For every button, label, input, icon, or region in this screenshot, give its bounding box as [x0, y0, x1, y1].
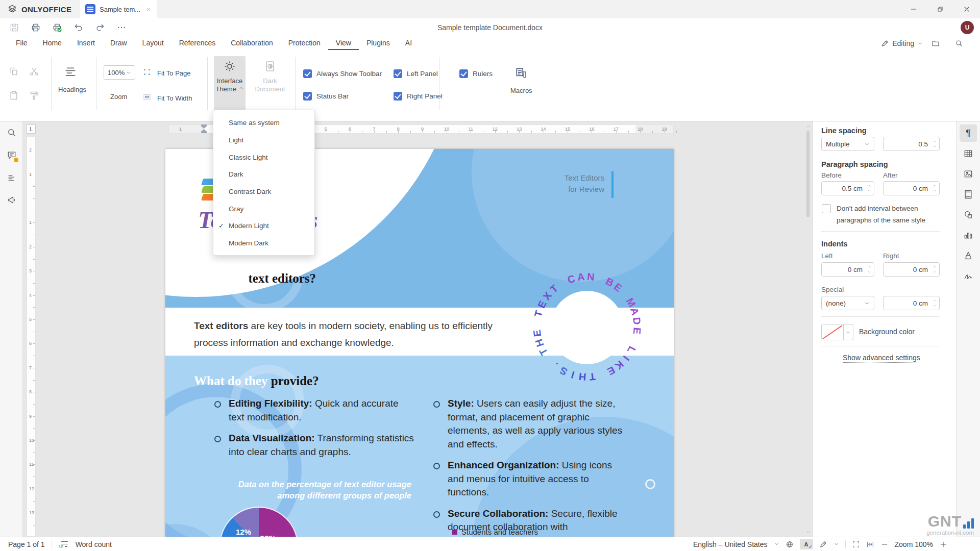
save-icon[interactable]	[5, 20, 23, 35]
open-file-location-button[interactable]	[928, 37, 943, 50]
view-option-always-show-toolbar[interactable]: Always Show Toolbar	[303, 69, 382, 78]
macros-label[interactable]: Macros	[510, 87, 532, 94]
menu-item-ai[interactable]: AI	[398, 37, 420, 50]
zoom-level[interactable]: Zoom 100%	[895, 540, 933, 548]
line-spacing-select[interactable]: Multiple	[821, 137, 874, 151]
chart-settings-icon[interactable]	[960, 227, 977, 244]
menu-item-protection[interactable]: Protection	[281, 37, 328, 50]
theme-option-gray[interactable]: Gray	[213, 200, 314, 217]
background-color-dropdown[interactable]	[843, 324, 853, 340]
special-amount-input[interactable]: 0 cm	[883, 296, 940, 310]
paragraph-settings-icon[interactable]: ¶	[960, 124, 977, 142]
menu-item-collaboration[interactable]: Collaboration	[223, 37, 281, 50]
navigation-icon[interactable]	[0, 166, 23, 189]
interval-checkbox[interactable]	[822, 204, 831, 213]
user-avatar[interactable]: U	[961, 21, 974, 34]
headerfooter-settings-icon[interactable]	[960, 186, 977, 203]
tab-close-icon[interactable]	[146, 7, 152, 12]
fit-to-page-label[interactable]: Fit To Page	[157, 69, 191, 77]
interface-theme-button[interactable]: Interface Theme	[214, 56, 246, 113]
tab-stop-selector[interactable]: L	[27, 124, 36, 134]
shape-settings-icon[interactable]	[960, 206, 977, 223]
menu-item-plugins[interactable]: Plugins	[359, 37, 398, 50]
theme-option-classic-light[interactable]: Classic Light	[213, 148, 314, 166]
theme-option-modern-dark[interactable]: Modern Dark	[213, 235, 314, 252]
redo-icon[interactable]	[91, 20, 109, 35]
fit-to-page-icon[interactable]	[143, 68, 151, 76]
background-color-swatch[interactable]	[821, 324, 844, 340]
spinner-arrows[interactable]	[933, 139, 937, 148]
vertical-scrollbar[interactable]	[804, 121, 812, 537]
scroll-up-icon[interactable]	[804, 122, 812, 130]
comments-icon[interactable]	[0, 144, 23, 166]
headings-icon[interactable]	[64, 65, 77, 79]
fit-to-width-label[interactable]: Fit To Width	[157, 94, 192, 102]
checkbox-checked[interactable]	[394, 69, 402, 78]
scrollbar-thumb[interactable]	[806, 131, 810, 217]
spinner-arrows[interactable]	[867, 184, 871, 193]
search-button[interactable]	[951, 37, 967, 50]
spacing-before-input[interactable]: 0.5 cm	[821, 181, 874, 195]
theme-option-modern-light[interactable]: ✓Modern Light	[213, 217, 314, 235]
search-icon[interactable]	[0, 121, 23, 144]
menu-item-home[interactable]: Home	[35, 37, 69, 50]
spacing-after-input[interactable]: 0 cm	[883, 181, 940, 195]
spinner-arrows[interactable]	[933, 298, 937, 308]
image-settings-icon[interactable]	[960, 165, 977, 183]
fit-page-icon[interactable]	[852, 540, 860, 548]
close-button[interactable]	[953, 0, 980, 18]
theme-option-dark[interactable]: Dark	[213, 166, 314, 183]
feedback-icon[interactable]	[0, 189, 23, 211]
set-language-globe-icon[interactable]	[786, 540, 794, 548]
checkbox-checked[interactable]	[303, 92, 312, 101]
scroll-down-icon[interactable]	[804, 529, 812, 536]
menu-item-layout[interactable]: Layout	[135, 37, 172, 50]
macros-icon[interactable]	[514, 66, 528, 80]
language-selector[interactable]: English – United States	[693, 540, 768, 548]
spinner-arrows[interactable]	[933, 265, 937, 274]
track-changes-icon[interactable]	[819, 540, 827, 548]
spell-check-toggle[interactable]: A✓	[800, 539, 813, 549]
headings-label[interactable]: Headings	[58, 86, 86, 93]
view-option-status-bar[interactable]: Status Bar	[303, 92, 349, 101]
checkbox-checked[interactable]	[303, 69, 312, 78]
textart-settings-icon[interactable]	[960, 247, 977, 264]
menu-item-draw[interactable]: Draw	[103, 37, 135, 50]
document-tab[interactable]: Sample tem...	[80, 0, 157, 18]
spinner-arrows[interactable]	[867, 265, 871, 274]
restore-button[interactable]	[927, 0, 953, 18]
table-settings-icon[interactable]	[960, 145, 977, 162]
fit-width-icon[interactable]	[866, 540, 874, 548]
menu-item-insert[interactable]: Insert	[69, 37, 103, 50]
editing-mode-selector[interactable]: Editing	[881, 37, 923, 50]
quick-print-icon[interactable]	[48, 20, 66, 35]
fit-to-width-icon[interactable]	[143, 93, 151, 101]
minimize-button[interactable]	[900, 0, 927, 18]
page-indicator[interactable]: Page 1 of 1	[8, 540, 45, 548]
checkbox-checked[interactable]	[459, 69, 468, 78]
word-count-label[interactable]: Word count	[76, 540, 112, 548]
menu-item-file[interactable]: File	[8, 37, 35, 50]
view-option-rulers[interactable]: Rulers	[459, 69, 493, 78]
menu-item-references[interactable]: References	[172, 37, 224, 50]
dark-document-button[interactable]: Dark Document	[254, 56, 286, 113]
view-option-right-panel[interactable]: Right Panel	[394, 92, 443, 101]
indent-right-input[interactable]: 0 cm	[883, 262, 940, 277]
signature-settings-icon[interactable]	[960, 267, 977, 285]
paste-icon[interactable]	[9, 90, 19, 101]
show-advanced-settings-link[interactable]: Show advanced settings	[843, 354, 920, 363]
checkbox-checked[interactable]	[394, 92, 402, 101]
undo-icon[interactable]	[69, 20, 88, 35]
vertical-ruler[interactable]: 2112345678910111213	[27, 137, 36, 537]
line-spacing-input[interactable]: 0.5	[883, 137, 940, 151]
zoom-select[interactable]: 100%	[104, 65, 135, 80]
indent-left-input[interactable]: 0 cm	[821, 262, 874, 277]
spinner-arrows[interactable]	[933, 184, 937, 193]
special-select[interactable]: (none)	[821, 296, 874, 310]
menu-item-view[interactable]: View	[328, 37, 359, 50]
zoom-out-icon[interactable]	[880, 540, 889, 548]
more-icon[interactable]	[112, 20, 131, 35]
chevron-down-icon[interactable]	[774, 541, 779, 547]
theme-option-contrast-dark[interactable]: Contrast Dark	[213, 183, 314, 201]
copy-icon[interactable]	[9, 66, 19, 77]
